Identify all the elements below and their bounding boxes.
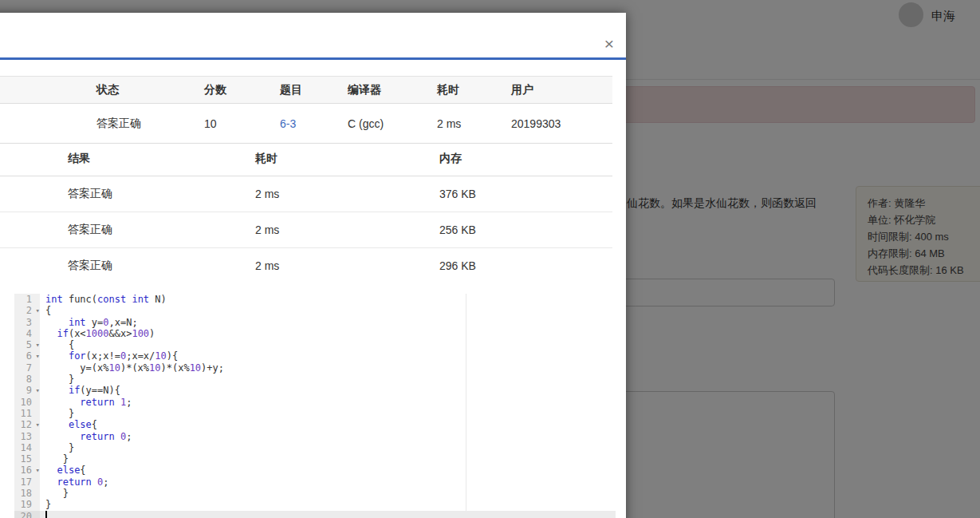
col-case-time: 耗时 bbox=[246, 152, 431, 166]
col-status: 状态 bbox=[88, 83, 195, 97]
case-time: 2 ms bbox=[246, 188, 431, 200]
testcase-results-table: 结果 耗时 内存 答案正确2 ms376 KB答案正确2 ms256 KB答案正… bbox=[0, 141, 612, 283]
code-text: for(x;x!=0;x=x/10){ bbox=[40, 350, 178, 362]
submission-user: 20199303 bbox=[502, 117, 612, 130]
code-line: 14 } bbox=[14, 442, 616, 453]
code-line: 3 int y=0,x=N; bbox=[14, 317, 616, 328]
gutter-line-number: 7 bbox=[14, 362, 40, 374]
gutter-line-number: 10 bbox=[14, 397, 40, 408]
testcase-row: 答案正确2 ms256 KB bbox=[0, 212, 612, 247]
gutter-line-number: 11 bbox=[14, 408, 40, 419]
gutter-line-number: 14 bbox=[14, 442, 40, 453]
testcase-row: 答案正确2 ms296 KB bbox=[0, 247, 612, 283]
code-text: return 0; bbox=[40, 476, 109, 488]
gutter-line-number: 2▾ bbox=[14, 305, 40, 316]
col-user: 用户 bbox=[502, 83, 612, 97]
code-text: } bbox=[40, 374, 74, 385]
code-line: 15 } bbox=[14, 453, 616, 465]
code-line: 7 y=(x%10)*(x%10)*(x%10)+y; bbox=[14, 362, 616, 374]
code-text: return 0; bbox=[40, 431, 132, 442]
code-text: y=(x%10)*(x%10)*(x%10)+y; bbox=[40, 362, 224, 374]
text-cursor bbox=[45, 511, 47, 518]
col-problem: 题目 bbox=[271, 83, 339, 97]
case-memory: 376 KB bbox=[431, 188, 612, 200]
gutter-line-number: 19 bbox=[14, 499, 40, 510]
code-text: } bbox=[40, 408, 74, 419]
gutter-line-number: 15 bbox=[14, 453, 40, 465]
col-score: 分数 bbox=[195, 83, 271, 97]
code-line: 19} bbox=[14, 499, 616, 510]
gutter-line-number: 12▾ bbox=[14, 419, 40, 430]
submission-row: 答案正确 10 6-3 C (gcc) 2 ms 20199303 bbox=[0, 104, 612, 144]
gutter-line-number: 6▾ bbox=[14, 350, 40, 362]
gutter-line-number: 3 bbox=[14, 317, 40, 328]
col-compiler: 编译器 bbox=[339, 83, 428, 97]
code-line: 5▾ { bbox=[14, 339, 616, 350]
col-result: 结果 bbox=[59, 152, 246, 166]
code-text: } bbox=[40, 488, 69, 499]
case-time: 2 ms bbox=[246, 223, 431, 236]
code-line: 9▾ if(y==N){ bbox=[14, 385, 616, 396]
gutter-line-number: 5▾ bbox=[14, 339, 40, 350]
code-line: 1int func(const int N) bbox=[14, 294, 616, 305]
gutter-line-number: 1 bbox=[14, 294, 40, 305]
code-line: 13 return 0; bbox=[14, 431, 616, 442]
code-text: { bbox=[40, 305, 51, 316]
code-line: 6▾ for(x;x!=0;x=x/10){ bbox=[14, 350, 616, 362]
gutter-line-number: 16▾ bbox=[14, 465, 40, 476]
code-editor[interactable]: 1int func(const int N)2▾{3 int y=0,x=N;4… bbox=[14, 294, 626, 518]
code-line: 20 bbox=[14, 511, 616, 518]
case-result: 答案正确 bbox=[59, 187, 246, 201]
code-text: { bbox=[40, 339, 74, 350]
submission-summary-table: 状态 分数 题目 编译器 耗时 用户 答案正确 10 6-3 C (gcc) 2… bbox=[0, 76, 612, 144]
modal-header: × bbox=[0, 13, 626, 60]
submission-details-modal: × 状态 分数 题目 编译器 耗时 用户 答案正确 10 6-3 C (gcc)… bbox=[0, 13, 626, 518]
code-text bbox=[40, 511, 45, 518]
code-line: 4 if(x<1000&&x>100) bbox=[14, 328, 616, 339]
gutter-line-number: 13 bbox=[14, 431, 40, 442]
testcase-table-header: 结果 耗时 内存 bbox=[0, 141, 612, 176]
code-line: 18 } bbox=[14, 488, 616, 499]
code-text: } bbox=[40, 453, 69, 465]
submission-compiler: C (gcc) bbox=[339, 117, 428, 130]
code-text: int y=0,x=N; bbox=[40, 317, 138, 328]
submission-status: 答案正确 bbox=[88, 117, 195, 131]
code-line: 12▾ else{ bbox=[14, 419, 616, 430]
gutter-line-number: 17 bbox=[14, 476, 40, 488]
submission-table-header: 状态 分数 题目 编译器 耗时 用户 bbox=[0, 76, 612, 104]
code-line: 17 return 0; bbox=[14, 476, 616, 488]
code-text: else{ bbox=[40, 465, 86, 476]
code-text: if(y==N){ bbox=[40, 385, 120, 396]
problem-link[interactable]: 6-3 bbox=[280, 117, 296, 130]
testcase-row: 答案正确2 ms376 KB bbox=[0, 176, 612, 212]
case-time: 2 ms bbox=[246, 259, 431, 272]
gutter-line-number: 4 bbox=[14, 328, 40, 339]
case-memory: 296 KB bbox=[431, 259, 612, 272]
col-memory: 内存 bbox=[431, 152, 612, 166]
case-result: 答案正确 bbox=[59, 223, 246, 237]
code-text: } bbox=[40, 499, 51, 510]
code-line: 16▾ else{ bbox=[14, 465, 616, 476]
code-line: 2▾{ bbox=[14, 305, 616, 316]
col-time: 耗时 bbox=[428, 83, 502, 97]
submission-score: 10 bbox=[195, 117, 271, 130]
code-text: if(x<1000&&x>100) bbox=[40, 328, 155, 339]
gutter-line-number: 8 bbox=[14, 374, 40, 385]
submission-time: 2 ms bbox=[428, 117, 502, 130]
code-text: } bbox=[40, 442, 74, 453]
gutter-line-number: 9▾ bbox=[14, 385, 40, 396]
code-line: 8 } bbox=[14, 374, 616, 385]
code-text: else{ bbox=[40, 419, 97, 430]
code-line: 11 } bbox=[14, 408, 616, 419]
case-memory: 256 KB bbox=[431, 223, 612, 236]
code-text: return 1; bbox=[40, 397, 132, 408]
gutter-line-number: 18 bbox=[14, 488, 40, 499]
close-icon[interactable]: × bbox=[604, 35, 614, 52]
gutter-line-number: 20 bbox=[14, 511, 40, 518]
case-result: 答案正确 bbox=[59, 259, 246, 273]
code-line: 10 return 1; bbox=[14, 397, 616, 408]
code-text: int func(const int N) bbox=[40, 294, 167, 305]
